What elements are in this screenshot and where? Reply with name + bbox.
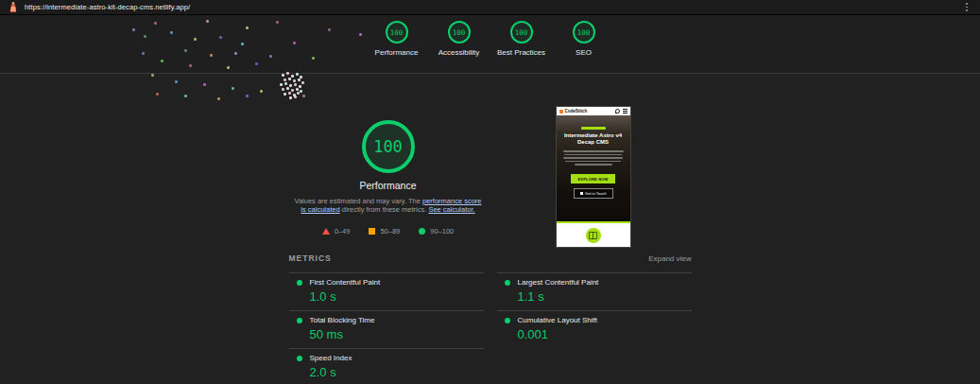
thumb-secondary-button: Get in Touch [574, 188, 613, 199]
thumb-hero-section: Intermediate Astro v4 Decap CMS EXPLORE … [557, 115, 630, 221]
metric-name: Speed Index [310, 354, 352, 362]
performance-score-section: 100 Performance Values are estimated and… [289, 74, 692, 248]
metric-speed-index: Speed Index 2.0 s [289, 348, 484, 384]
kebab-menu-icon[interactable] [962, 1, 971, 12]
thumb-footer-logo-circle [586, 228, 601, 243]
average-range-label: 50–89 [380, 227, 400, 236]
metric-first-contentful-paint: First Contentful Paint 1.0 s [289, 272, 484, 310]
thumb-footer-logo-glyph [589, 232, 597, 239]
category-score-band: 100 Performance 100 Accessibility 100 Be… [0, 15, 980, 74]
legend-average-range: 50–89 [369, 227, 400, 236]
metric-value: 0.001 [518, 327, 692, 341]
band-gauge-best-practices[interactable]: 100 Best Practices [490, 21, 553, 73]
metrics-left-column: First Contentful Paint 1.0 s Total Block… [289, 272, 484, 384]
thumb-header-icons [615, 109, 628, 114]
lighthouse-report-viewer: https://intermediate-astro-kit-decap-cms… [0, 0, 980, 384]
accessibility-mini-label: Accessibility [428, 48, 490, 57]
average-square-icon [369, 228, 375, 235]
pass-dot-icon [505, 318, 510, 323]
score-description-text-2: directly from these metrics. [340, 205, 429, 214]
report-url-link[interactable]: https://intermediate-astro-kit-decap-cms… [25, 3, 190, 11]
performance-mini-gauge: 100 [386, 21, 408, 44]
thumb-site-name: CodeStitch [565, 109, 588, 113]
seo-mini-gauge: 100 [573, 21, 595, 44]
metric-total-blocking-time: Total Blocking Time 50 ms [289, 310, 484, 348]
lighthouse-favicon [9, 2, 18, 12]
metrics-grid: First Contentful Paint 1.0 s Total Block… [289, 272, 692, 384]
band-gauge-accessibility[interactable]: 100 Accessibility [428, 21, 490, 73]
metric-name: Total Blocking Time [310, 316, 375, 324]
metric-cumulative-layout-shift: Cumulative Layout Shift 0.001 [497, 310, 692, 348]
best-practices-mini-score: 100 [515, 28, 528, 37]
performance-mini-score: 100 [390, 28, 404, 37]
pass-dot-icon [297, 318, 302, 323]
thumb-logo-icon [559, 110, 563, 113]
phone-icon [615, 109, 621, 114]
hamburger-menu-icon [623, 109, 628, 114]
band-gauge-seo[interactable]: 100 SEO [553, 21, 615, 73]
performance-score-column: 100 Performance Values are estimated and… [289, 106, 488, 248]
thumb-primary-button: EXPLORE NOW [571, 174, 614, 183]
report-url-bar: https://intermediate-astro-kit-decap-cms… [0, 0, 980, 15]
accessibility-mini-gauge: 100 [448, 21, 471, 44]
band-gauge-performance[interactable]: 100 Performance [366, 21, 428, 73]
metrics-section: METRICS Expand view First Contentful Pai… [289, 253, 692, 384]
metric-value: 1.1 s [518, 289, 692, 304]
metric-largest-contentful-paint: Largest Contentful Paint 1.1 s [497, 272, 692, 310]
metric-value: 1.0 s [310, 289, 484, 304]
performance-mini-label: Performance [366, 48, 428, 57]
thumb-hero-heading: Intermediate Astro v4 Decap CMS [560, 132, 627, 148]
expand-view-button[interactable]: Expand view [648, 254, 691, 263]
thumb-tagline-bar [581, 127, 606, 130]
score-scale-legend: 0–49 50–89 90–100 [289, 227, 488, 236]
score-description: Values are estimated and may vary. The p… [291, 197, 485, 215]
metric-name: Largest Contentful Paint [518, 278, 599, 287]
thumb-secondary-label: Get in Touch [585, 191, 606, 196]
thumb-site-header: CodeStitch [557, 107, 630, 115]
accessibility-mini-score: 100 [453, 28, 466, 37]
score-description-text: Values are estimated and may vary. The [294, 197, 421, 205]
best-practices-mini-label: Best Practices [490, 48, 553, 57]
legend-pass-range: 90–100 [419, 227, 454, 236]
metric-value: 2.0 s [310, 365, 484, 379]
page-screenshot-thumbnail[interactable]: CodeStitch Intermediate Astro v4 Decap C… [556, 106, 631, 248]
metrics-section-title: METRICS [289, 253, 332, 263]
pass-dot-icon [297, 356, 302, 361]
legend-fail-range: 0–49 [322, 227, 351, 236]
thumb-footer-section [557, 221, 630, 247]
pass-circle-icon [419, 228, 425, 235]
best-practices-mini-gauge: 100 [510, 21, 533, 44]
performance-score-value: 100 [373, 137, 403, 156]
see-calculator-link[interactable]: See calculator. [428, 205, 474, 214]
thumb-button-icon [580, 192, 583, 195]
performance-score-gauge: 100 [362, 120, 415, 173]
pass-dot-icon [505, 280, 510, 286]
metric-name: First Contentful Paint [310, 278, 381, 287]
thumb-hero-paragraph [560, 150, 627, 166]
seo-mini-score: 100 [577, 28, 591, 37]
metrics-right-column: Largest Contentful Paint 1.1 s Cumulativ… [497, 272, 692, 384]
pass-dot-icon [297, 280, 302, 286]
seo-mini-label: SEO [553, 48, 615, 57]
pass-range-label: 90–100 [430, 227, 454, 236]
performance-section-title: Performance [289, 180, 488, 191]
metrics-header: METRICS Expand view [289, 253, 692, 263]
report-content: 100 Performance Values are estimated and… [289, 74, 692, 384]
fail-range-label: 0–49 [335, 227, 351, 236]
metric-value: 50 ms [310, 327, 484, 341]
fail-triangle-icon [322, 228, 330, 235]
metric-name: Cumulative Layout Shift [518, 316, 598, 324]
